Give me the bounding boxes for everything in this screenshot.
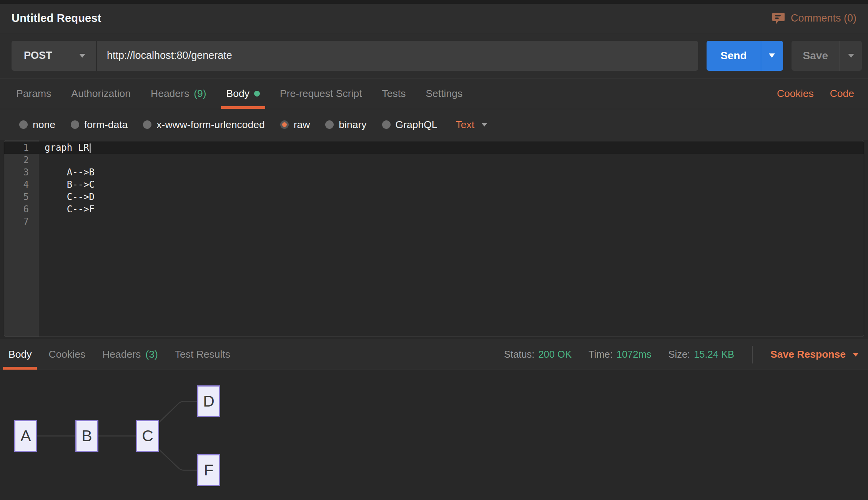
send-button[interactable]: Send	[707, 41, 783, 71]
response-header: Body Cookies Headers (3) Test Results St…	[0, 339, 868, 370]
graph-node-a: A	[14, 420, 37, 452]
tab-headers[interactable]: Headers (9)	[151, 78, 206, 109]
response-meta: Status:200 OK Time:1072ms Size:15.24 KB …	[504, 346, 859, 363]
body-mode-bar: none form-data x-www-form-urlencoded raw…	[0, 109, 868, 140]
comments-button[interactable]: Comments (0)	[772, 12, 856, 24]
window-top-strip	[0, 0, 868, 4]
graph-edge-c-f	[159, 450, 197, 470]
line-number: 3	[4, 166, 39, 178]
radio-none[interactable]: none	[19, 119, 55, 131]
editor-line[interactable]: 2	[4, 154, 864, 166]
tab-body[interactable]: Body	[226, 78, 260, 109]
method-select[interactable]: POST	[12, 41, 97, 71]
radio-icon	[71, 120, 79, 129]
raw-format-select[interactable]: Text	[456, 119, 488, 131]
headers-count: (9)	[194, 88, 206, 100]
response-body: ABCDF	[0, 370, 868, 500]
tab-tests[interactable]: Tests	[382, 78, 406, 109]
response-tab-cookies[interactable]: Cookies	[48, 339, 85, 370]
comments-label: Comments (0)	[791, 12, 856, 24]
code-link[interactable]: Code	[830, 88, 854, 100]
title-bar: Untitled Request Comments (0)	[0, 4, 868, 33]
editor-line[interactable]: 1 graph LR	[4, 142, 864, 154]
radio-graphql[interactable]: GraphQL	[382, 119, 437, 131]
response-graph: ABCDF	[0, 370, 868, 500]
graph-node-d: D	[197, 385, 220, 417]
response-tab-headers[interactable]: Headers (3)	[102, 339, 158, 370]
vertical-divider	[752, 346, 753, 363]
tab-authorization[interactable]: Authorization	[71, 78, 131, 109]
save-label: Save	[792, 41, 840, 71]
tab-settings[interactable]: Settings	[426, 78, 462, 109]
radio-x-www-form-urlencoded[interactable]: x-www-form-urlencoded	[143, 119, 264, 131]
tab-params[interactable]: Params	[16, 78, 51, 109]
radio-form-data[interactable]: form-data	[71, 119, 128, 131]
raw-body-editor[interactable]: 1 graph LR 2 3 A-->B 4 B-->C 5 C-->D 6 C…	[4, 140, 864, 337]
chevron-down-icon	[769, 53, 775, 58]
text-cursor	[90, 143, 91, 153]
save-button[interactable]: Save	[792, 41, 862, 71]
radio-icon	[143, 120, 151, 129]
response-tab-test-results[interactable]: Test Results	[175, 339, 230, 370]
line-number: 4	[4, 178, 39, 191]
radio-selected-icon	[280, 120, 289, 129]
chevron-down-icon	[853, 353, 859, 357]
response-headers-count: (3)	[145, 348, 158, 360]
graph-node-b: B	[75, 420, 98, 452]
radio-icon	[19, 120, 28, 129]
editor-line[interactable]: 3 A-->B	[4, 166, 864, 178]
radio-raw[interactable]: raw	[280, 119, 310, 131]
graph-node-f: F	[197, 454, 220, 486]
code-text: C-->F	[45, 204, 95, 215]
line-number: 1	[4, 142, 39, 154]
code-text: graph LR	[45, 142, 89, 153]
chevron-down-icon	[79, 54, 85, 58]
save-response-button[interactable]: Save Response	[770, 348, 859, 360]
editor-line[interactable]: 7	[4, 215, 864, 228]
url-input[interactable]	[97, 41, 698, 71]
editor-line[interactable]: 4 B-->C	[4, 178, 864, 191]
request-bar: POST Send Save	[0, 33, 868, 78]
graph-edge-c-d	[159, 402, 197, 423]
save-options-button[interactable]	[840, 41, 862, 71]
graph-node-c: C	[136, 420, 159, 452]
radio-icon	[382, 120, 391, 129]
radio-binary[interactable]: binary	[325, 119, 366, 131]
send-label: Send	[707, 41, 760, 71]
request-tabs: Params Authorization Headers (9) Body Pr…	[0, 78, 868, 109]
cookies-link[interactable]: Cookies	[777, 88, 814, 100]
radio-icon	[325, 120, 334, 129]
chevron-down-icon	[848, 54, 854, 58]
code-text: A-->B	[45, 167, 95, 178]
code-text: C-->D	[45, 192, 95, 202]
size-badge: Size:15.24 KB	[668, 349, 734, 360]
editor-line[interactable]: 5 C-->D	[4, 191, 864, 203]
page-title: Untitled Request	[12, 12, 101, 25]
status-badge: Status:200 OK	[504, 349, 572, 360]
tab-pre-request-script[interactable]: Pre-request Script	[280, 78, 362, 109]
chevron-down-icon	[481, 123, 487, 127]
body-filled-dot-icon	[254, 91, 260, 97]
code-text: B-->C	[45, 179, 95, 190]
response-tab-body[interactable]: Body	[8, 339, 32, 370]
send-options-button[interactable]	[761, 41, 783, 71]
line-number: 7	[4, 215, 39, 228]
editor-line[interactable]: 6 C-->F	[4, 203, 864, 215]
line-number: 6	[4, 203, 39, 215]
line-number: 5	[4, 191, 39, 203]
comment-bubble-icon	[772, 13, 785, 24]
line-number: 2	[4, 154, 39, 166]
url-container: POST	[12, 41, 698, 71]
method-label: POST	[24, 50, 52, 62]
time-badge: Time:1072ms	[589, 349, 652, 360]
